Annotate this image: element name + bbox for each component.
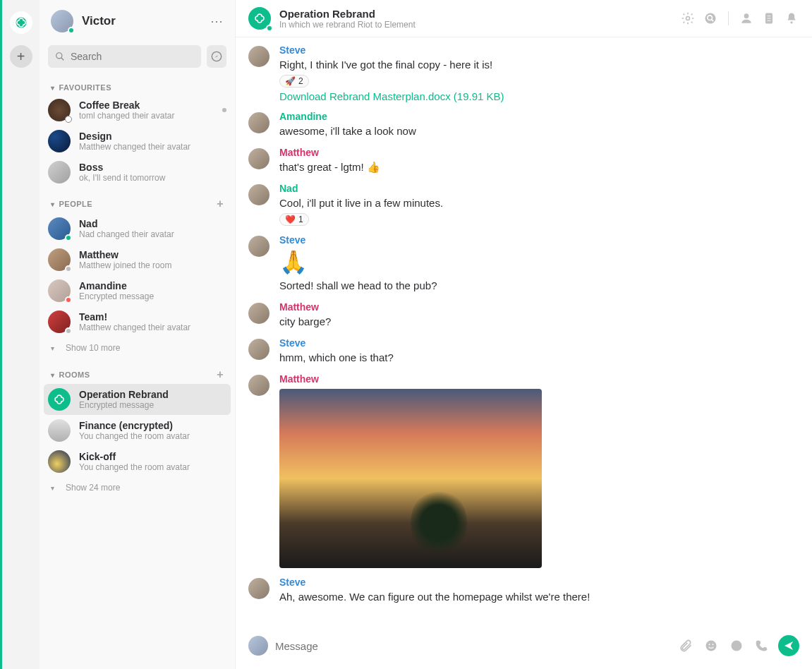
room-preview: Matthew changed their avatar bbox=[79, 323, 226, 332]
room-item-coffee-break[interactable]: Coffee Break toml changed their avatar bbox=[40, 95, 235, 126]
sender-avatar[interactable] bbox=[248, 375, 269, 396]
message-row: Matthew bbox=[248, 369, 799, 572]
room-header-avatar[interactable] bbox=[248, 7, 271, 30]
sender-name[interactable]: Matthew bbox=[279, 147, 799, 158]
room-preview: Matthew changed their avatar bbox=[79, 142, 226, 152]
compass-icon bbox=[211, 51, 222, 62]
sender-avatar[interactable] bbox=[248, 236, 269, 257]
home-space-button[interactable] bbox=[10, 11, 32, 34]
section-rooms-header[interactable]: ▾ ROOMS + bbox=[40, 358, 235, 384]
room-item-design[interactable]: Design Matthew changed their avatar bbox=[40, 126, 235, 157]
dm-item-nad[interactable]: Nad Nad changed their avatar bbox=[40, 213, 235, 244]
sender-avatar[interactable] bbox=[248, 339, 269, 360]
sender-name[interactable]: Steve bbox=[279, 234, 799, 246]
message-text: Ah, awesome. We can figure out the homep… bbox=[279, 589, 799, 604]
room-topic: In which we rebrand Riot to Element bbox=[279, 20, 680, 30]
room-name: Boss bbox=[79, 162, 226, 173]
room-name: Amandine bbox=[79, 280, 226, 291]
verified-icon bbox=[266, 25, 273, 32]
room-item-finance[interactable]: Finance (encrypted) You changed the room… bbox=[40, 415, 235, 446]
svg-point-16 bbox=[709, 644, 710, 645]
plus-icon: + bbox=[17, 49, 25, 65]
svg-point-15 bbox=[706, 641, 717, 651]
show-more-rooms[interactable]: ▾ Show 24 more bbox=[40, 477, 235, 498]
dm-item-amandine[interactable]: Amandine Encrypted message bbox=[40, 275, 235, 306]
user-avatar[interactable] bbox=[51, 10, 73, 32]
add-room-button[interactable]: + bbox=[217, 368, 224, 381]
sender-name[interactable]: Steve bbox=[279, 44, 799, 56]
section-label: FAVOURITES bbox=[59, 83, 224, 92]
room-title: Operation Rebrand bbox=[279, 8, 680, 20]
send-button[interactable] bbox=[778, 635, 799, 656]
message-text: city barge? bbox=[279, 314, 799, 329]
user-menu-button[interactable]: ⋯ bbox=[210, 13, 224, 29]
sender-name[interactable]: Matthew bbox=[279, 373, 799, 385]
svg-line-2 bbox=[61, 58, 64, 61]
room-name: Matthew bbox=[79, 249, 226, 260]
room-avatar bbox=[48, 450, 71, 473]
sender-avatar[interactable] bbox=[248, 303, 269, 324]
element-logo-icon bbox=[253, 12, 266, 25]
message-body: Amandineawesome, i'll take a look now bbox=[279, 111, 799, 138]
sender-name[interactable]: Amandine bbox=[279, 111, 799, 122]
reaction-pill[interactable]: ❤️1 bbox=[279, 213, 309, 226]
search-input[interactable] bbox=[71, 51, 194, 62]
message-body: Stevehmm, which one is that? bbox=[279, 337, 799, 365]
room-preview: Encrypted message bbox=[79, 400, 226, 410]
sender-avatar[interactable] bbox=[248, 148, 269, 169]
reaction-count: 1 bbox=[298, 215, 303, 224]
room-item-operation-rebrand[interactable]: Operation Rebrand Encrypted message bbox=[44, 384, 231, 415]
download-link[interactable]: Download Rebrand Masterplan.docx (19.91 … bbox=[279, 90, 504, 102]
settings-button[interactable] bbox=[680, 11, 696, 26]
sender-name[interactable]: Steve bbox=[279, 577, 799, 588]
sender-avatar[interactable] bbox=[248, 112, 269, 133]
svg-point-17 bbox=[713, 644, 714, 645]
files-button[interactable] bbox=[761, 11, 777, 26]
main-panel: Operation Rebrand In which we rebrand Ri… bbox=[236, 0, 812, 669]
explore-button[interactable] bbox=[207, 45, 226, 68]
messages-timeline[interactable]: SteveRight, I think I've got the final c… bbox=[236, 37, 812, 627]
username-label[interactable]: Victor bbox=[82, 14, 210, 28]
room-avatar bbox=[48, 217, 71, 240]
members-button[interactable] bbox=[739, 11, 754, 26]
sticker-button[interactable] bbox=[727, 637, 746, 655]
presence-offline-icon bbox=[65, 265, 72, 272]
sender-name[interactable]: Nad bbox=[279, 183, 799, 194]
add-dm-button[interactable]: + bbox=[217, 198, 224, 210]
room-avatar bbox=[48, 99, 71, 121]
sender-avatar[interactable] bbox=[248, 46, 269, 67]
composer-avatar bbox=[248, 636, 268, 656]
section-people-header[interactable]: ▾ PEOPLE + bbox=[40, 188, 235, 213]
dm-item-matthew[interactable]: Matthew Matthew joined the room bbox=[40, 244, 235, 275]
room-item-boss[interactable]: Boss ok, I'll send it tomorrow bbox=[40, 157, 235, 188]
sender-avatar[interactable] bbox=[248, 184, 269, 205]
add-space-button[interactable]: + bbox=[10, 45, 32, 68]
message-image[interactable] bbox=[279, 389, 542, 568]
search-row bbox=[40, 40, 235, 73]
room-name: Finance (encrypted) bbox=[79, 420, 226, 431]
show-more-label: Show 10 more bbox=[66, 343, 120, 353]
svg-point-1 bbox=[56, 53, 62, 59]
message-body: Matthewcity barge? bbox=[279, 301, 799, 329]
section-favourites-header[interactable]: ▾ FAVOURITES bbox=[40, 73, 235, 95]
sender-name[interactable]: Steve bbox=[279, 337, 799, 349]
svg-marker-4 bbox=[215, 55, 218, 58]
reaction-emoji: 🚀 bbox=[285, 76, 296, 86]
dm-item-team[interactable]: Team! Matthew changed their avatar bbox=[40, 306, 235, 337]
attach-button[interactable] bbox=[677, 637, 695, 655]
gear-icon bbox=[681, 11, 695, 25]
message-input[interactable] bbox=[275, 640, 669, 652]
sender-name[interactable]: Matthew bbox=[279, 301, 799, 313]
show-more-people[interactable]: ▾ Show 10 more bbox=[40, 337, 235, 358]
reaction-pill[interactable]: 🚀2 bbox=[279, 75, 309, 88]
message-body: SteveAh, awesome. We can figure out the … bbox=[279, 577, 799, 604]
notifications-button[interactable] bbox=[784, 11, 799, 26]
message-body: Matthew bbox=[279, 373, 799, 568]
search-room-button[interactable] bbox=[703, 11, 718, 26]
emoji-button[interactable] bbox=[702, 637, 720, 655]
sender-avatar[interactable] bbox=[248, 578, 269, 599]
voice-call-button[interactable] bbox=[753, 637, 771, 655]
composer bbox=[236, 627, 812, 669]
room-item-kickoff[interactable]: Kick-off You changed the room avatar bbox=[40, 446, 235, 477]
search-box[interactable] bbox=[48, 45, 201, 68]
